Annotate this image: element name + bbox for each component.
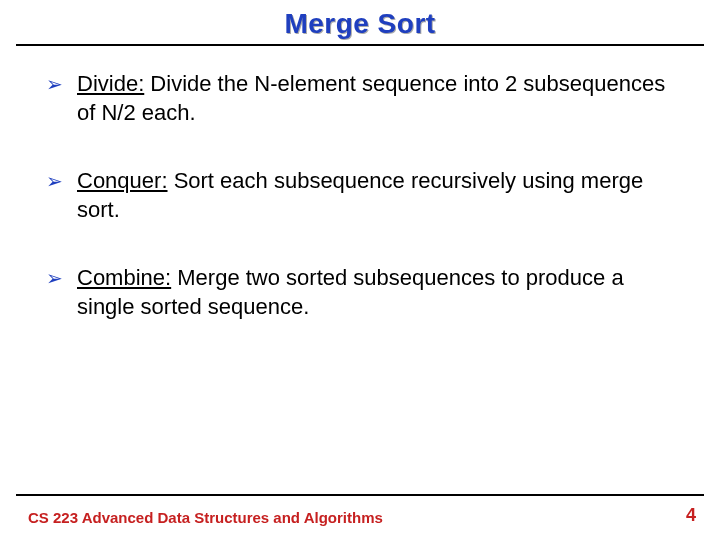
footer-rule [16, 494, 704, 496]
slide: Merge Sort ➢ Divide: Divide the N-elemen… [0, 0, 720, 540]
content-area: ➢ Divide: Divide the N-element sequence … [0, 46, 720, 322]
bullet-label: Conquer: [77, 168, 168, 193]
slide-title: Merge Sort [284, 8, 435, 40]
bullet-label: Divide: [77, 71, 144, 96]
bullet-item: ➢ Combine: Merge two sorted subsequences… [40, 264, 680, 321]
triangle-bullet-icon: ➢ [46, 70, 63, 98]
triangle-bullet-icon: ➢ [46, 264, 63, 292]
bullet-rest: Divide the N-element sequence into 2 sub… [77, 71, 665, 125]
bullet-text: Divide: Divide the N-element sequence in… [77, 70, 680, 127]
triangle-bullet-icon: ➢ [46, 167, 63, 195]
bullet-label: Combine: [77, 265, 171, 290]
bullet-text: Combine: Merge two sorted subsequences t… [77, 264, 680, 321]
bullet-text: Conquer: Sort each subsequence recursive… [77, 167, 680, 224]
bullet-item: ➢ Divide: Divide the N-element sequence … [40, 70, 680, 127]
bullet-item: ➢ Conquer: Sort each subsequence recursi… [40, 167, 680, 224]
footer-course: CS 223 Advanced Data Structures and Algo… [28, 509, 383, 526]
title-wrap: Merge Sort [0, 0, 720, 40]
page-number: 4 [686, 505, 696, 526]
